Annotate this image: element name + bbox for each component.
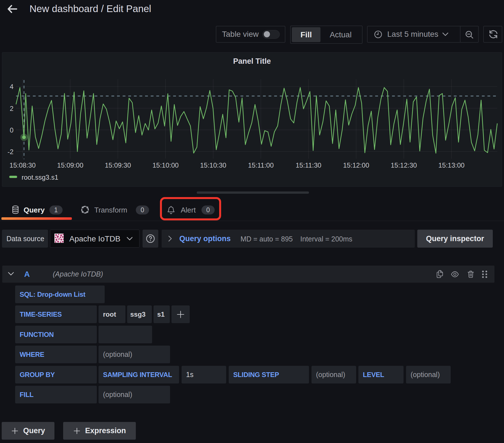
svg-text:15:10:30: 15:10:30 (200, 161, 226, 169)
svg-text:root.ssg3.s1: root.ssg3.s1 (22, 173, 58, 181)
svg-text:4: 4 (10, 83, 13, 90)
svg-text:0: 0 (10, 126, 13, 134)
svg-text:15:09:00: 15:09:00 (57, 161, 83, 169)
svg-text:2: 2 (10, 105, 13, 112)
svg-text:15:13:00: 15:13:00 (438, 161, 464, 169)
svg-text:-2: -2 (8, 148, 13, 156)
svg-text:15:11:00: 15:11:00 (248, 161, 274, 169)
svg-text:15:10:00: 15:10:00 (152, 161, 178, 169)
svg-text:15:08:30: 15:08:30 (10, 161, 36, 169)
svg-text:15:12:00: 15:12:00 (343, 161, 369, 169)
svg-text:15:11:30: 15:11:30 (295, 161, 321, 169)
svg-text:15:09:30: 15:09:30 (105, 161, 131, 169)
svg-text:15:12:30: 15:12:30 (391, 161, 417, 169)
